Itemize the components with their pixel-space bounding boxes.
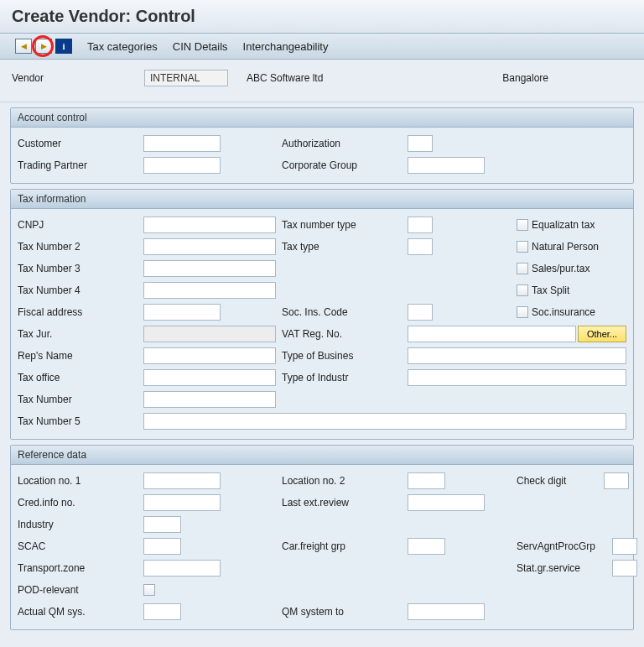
reference-data-title: Reference data bbox=[11, 446, 633, 465]
tax-split-checkbox[interactable] bbox=[517, 284, 528, 296]
account-control-panel: Account control Customer Authorization T… bbox=[10, 107, 634, 184]
annotation-highlight bbox=[32, 35, 54, 57]
transport-zone-input[interactable] bbox=[143, 560, 221, 577]
natural-person-checkbox[interactable] bbox=[517, 241, 528, 253]
tax-number-2-label: Tax Number 2 bbox=[18, 241, 143, 253]
vendor-label: Vendor bbox=[12, 72, 138, 84]
reps-name-label: Rep's Name bbox=[18, 350, 143, 362]
serv-agnt-label: ServAgntProcGrp bbox=[517, 540, 609, 552]
trading-partner-input[interactable] bbox=[143, 157, 221, 174]
type-of-industr-label: Type of Industr bbox=[282, 372, 408, 384]
stat-gr-service-label: Stat.gr.service bbox=[517, 562, 609, 574]
other-button[interactable]: Other... bbox=[578, 326, 626, 342]
tax-number-3-label: Tax Number 3 bbox=[18, 263, 143, 274]
tax-number-3-input[interactable] bbox=[143, 260, 276, 277]
car-freight-label: Car.freight grp bbox=[282, 540, 408, 552]
location-1-input[interactable] bbox=[143, 472, 221, 489]
vendor-name: ABC Software ltd bbox=[247, 72, 323, 84]
tax-office-input[interactable] bbox=[143, 369, 276, 386]
check-digit-label: Check digit bbox=[517, 475, 600, 487]
soc-ins-code-label: Soc. Ins. Code bbox=[282, 306, 408, 318]
natural-person-label: Natural Person bbox=[532, 241, 599, 253]
check-digit-input[interactable] bbox=[604, 472, 629, 489]
authorization-label: Authorization bbox=[282, 138, 408, 149]
stat-gr-service-input[interactable] bbox=[612, 560, 637, 577]
account-control-title: Account control bbox=[11, 108, 633, 128]
qm-system-to-input[interactable] bbox=[408, 603, 485, 620]
tax-information-title: Tax information bbox=[11, 190, 633, 209]
location-2-label: Location no. 2 bbox=[282, 475, 408, 487]
tax-information-panel: Tax information CNPJ Tax number type Equ… bbox=[10, 189, 634, 440]
tax-number-type-input[interactable] bbox=[408, 217, 433, 233]
corporate-group-label: Corporate Group bbox=[282, 159, 408, 171]
vat-reg-no-input[interactable] bbox=[408, 326, 576, 342]
cnpj-label: CNPJ bbox=[18, 219, 143, 231]
scac-input[interactable] bbox=[143, 538, 181, 555]
industry-label: Industry bbox=[18, 519, 143, 530]
soc-ins-code-input[interactable] bbox=[408, 304, 433, 321]
industry-input[interactable] bbox=[143, 516, 181, 533]
sales-pur-tax-checkbox[interactable] bbox=[517, 263, 528, 274]
type-of-industr-input[interactable] bbox=[408, 369, 626, 386]
tax-number-5-label: Tax Number 5 bbox=[18, 415, 143, 427]
authorization-input[interactable] bbox=[408, 135, 433, 152]
tax-jur-input bbox=[143, 326, 276, 342]
tax-office-label: Tax office bbox=[18, 372, 143, 384]
tax-number-2-input[interactable] bbox=[143, 238, 276, 255]
info-icon[interactable] bbox=[55, 39, 72, 54]
next-screen-icon[interactable] bbox=[35, 39, 52, 54]
tax-number-label: Tax Number bbox=[18, 394, 143, 405]
customer-input[interactable] bbox=[143, 135, 221, 152]
location-2-input[interactable] bbox=[408, 472, 445, 489]
actual-qm-label: Actual QM sys. bbox=[18, 606, 143, 618]
soc-insurance-checkbox[interactable] bbox=[517, 306, 528, 318]
tax-number-input[interactable] bbox=[143, 391, 276, 408]
cred-info-input[interactable] bbox=[143, 494, 221, 511]
soc-insurance-label: Soc.insurance bbox=[532, 306, 595, 318]
car-freight-input[interactable] bbox=[408, 538, 445, 555]
cnpj-input[interactable] bbox=[143, 217, 276, 233]
reps-name-input[interactable] bbox=[143, 347, 276, 364]
customer-label: Customer bbox=[18, 138, 143, 149]
page-title: Create Vendor: Control bbox=[12, 7, 632, 26]
pod-relevant-label: POD-relevant bbox=[18, 584, 143, 596]
corporate-group-input[interactable] bbox=[408, 157, 485, 174]
transport-zone-label: Transport.zone bbox=[18, 562, 143, 574]
vendor-header-row: Vendor INTERNAL ABC Software ltd Bangalo… bbox=[0, 60, 644, 102]
reference-data-panel: Reference data Location no. 1 Location n… bbox=[10, 445, 634, 630]
toolbar-link-interchangeability[interactable]: Interchangeability bbox=[243, 40, 329, 53]
tax-type-input[interactable] bbox=[408, 238, 433, 255]
tax-number-4-input[interactable] bbox=[143, 282, 276, 299]
pod-relevant-checkbox[interactable] bbox=[143, 584, 155, 596]
equalizatn-tax-checkbox[interactable] bbox=[517, 219, 528, 231]
scac-label: SCAC bbox=[18, 540, 143, 552]
tax-number-4-label: Tax Number 4 bbox=[18, 284, 143, 296]
cred-info-label: Cred.info no. bbox=[18, 497, 143, 509]
vendor-location: Bangalore bbox=[502, 72, 548, 84]
serv-agnt-input[interactable] bbox=[612, 538, 637, 555]
sales-pur-tax-label: Sales/pur.tax bbox=[532, 263, 589, 274]
type-of-busines-input[interactable] bbox=[408, 347, 626, 364]
qm-system-to-label: QM system to bbox=[282, 606, 408, 618]
fiscal-address-input[interactable] bbox=[143, 304, 221, 321]
tax-number-5-input[interactable] bbox=[143, 413, 626, 430]
tax-split-label: Tax Split bbox=[532, 284, 569, 296]
vat-reg-no-label: VAT Reg. No. bbox=[282, 328, 408, 340]
equalizatn-tax-label: Equalizatn tax bbox=[532, 219, 595, 231]
tax-jur-label: Tax Jur. bbox=[18, 328, 143, 340]
toolbar-link-tax-categories[interactable]: Tax categories bbox=[87, 40, 158, 53]
location-1-label: Location no. 1 bbox=[18, 475, 143, 487]
tax-type-label: Tax type bbox=[282, 241, 408, 253]
last-ext-review-input[interactable] bbox=[408, 494, 485, 511]
trading-partner-label: Trading Partner bbox=[18, 159, 143, 171]
toolbar-link-cin-details[interactable]: CIN Details bbox=[173, 40, 228, 53]
application-toolbar: Tax categories CIN Details Interchangeab… bbox=[0, 34, 644, 60]
previous-screen-icon[interactable] bbox=[15, 39, 32, 54]
vendor-value: INTERNAL bbox=[144, 70, 228, 86]
last-ext-review-label: Last ext.review bbox=[282, 497, 408, 509]
type-of-busines-label: Type of Busines bbox=[282, 350, 408, 362]
tax-number-type-label: Tax number type bbox=[282, 219, 408, 231]
fiscal-address-label: Fiscal address bbox=[18, 306, 143, 318]
actual-qm-input[interactable] bbox=[143, 603, 181, 620]
